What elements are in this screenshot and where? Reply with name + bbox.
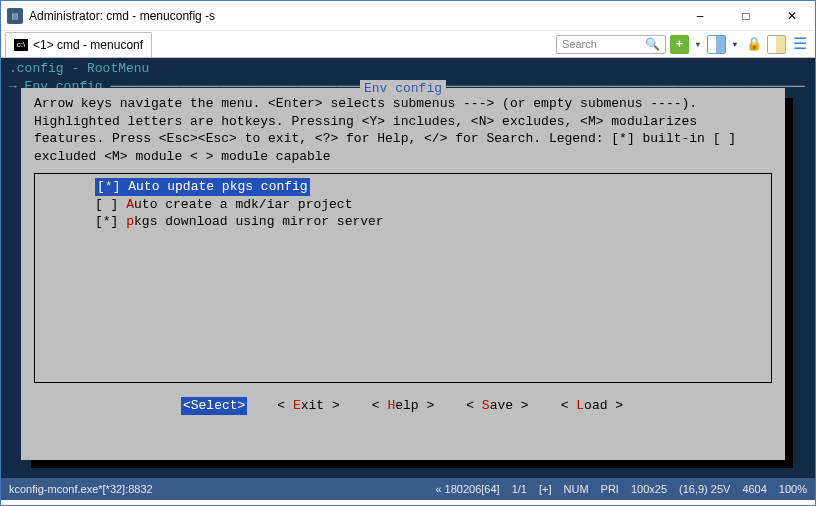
option-auto-update[interactable]: [*] Auto update pkgs config: [35, 178, 771, 196]
exit-button[interactable]: < Exit >: [275, 397, 341, 415]
minimize-button[interactable]: –: [677, 1, 723, 30]
menu-box: Env config Arrow keys navigate the menu.…: [21, 88, 785, 460]
split-pane-button[interactable]: [707, 35, 726, 54]
split-dropdown[interactable]: ▼: [730, 35, 740, 54]
cmd-icon: c:\: [14, 39, 28, 51]
status-encoding: « 180206[64]: [435, 483, 499, 495]
menu-title: Env config: [360, 80, 446, 98]
status-pid: 4604: [742, 483, 766, 495]
search-placeholder: Search: [562, 38, 597, 50]
status-position: 1/1: [512, 483, 527, 495]
new-tab-button[interactable]: +: [670, 35, 689, 54]
terminal-area[interactable]: .config - RootMenu → Env config ────────…: [1, 58, 815, 478]
close-button[interactable]: ✕: [769, 1, 815, 30]
status-size: 100x25: [631, 483, 667, 495]
app-icon: ▧: [7, 8, 23, 24]
status-cursor: (16,9) 25V: [679, 483, 730, 495]
status-bar: kconfig-mconf.exe*[*32]:8832 « 180206[64…: [1, 478, 815, 500]
menu-content: Arrow keys navigate the menu. <Enter> se…: [22, 89, 784, 421]
tab-cmd[interactable]: c:\ <1> cmd - menuconf: [5, 32, 152, 57]
option-pkgs-mirror[interactable]: [*] pkgs download using mirror server: [35, 213, 771, 231]
hotkey: A: [128, 179, 136, 194]
save-button[interactable]: < Save >: [464, 397, 530, 415]
new-tab-dropdown[interactable]: ▼: [693, 35, 703, 54]
window-title: Administrator: cmd - menuconfig -s: [29, 9, 215, 23]
title-bar: ▧ Administrator: cmd - menuconfig -s – □…: [1, 1, 815, 31]
search-input[interactable]: Search 🔍: [556, 35, 666, 54]
status-zoom: 100%: [779, 483, 807, 495]
hotkey: A: [126, 197, 134, 212]
lock-icon[interactable]: 🔒: [744, 35, 763, 54]
status-num: NUM: [564, 483, 589, 495]
status-file: kconfig-mconf.exe*[*32]:8832: [9, 483, 153, 495]
hamburger-menu-icon[interactable]: ☰: [790, 35, 809, 54]
layout-button[interactable]: [767, 35, 786, 54]
help-text: Arrow keys navigate the menu. <Enter> se…: [34, 95, 772, 165]
hotkey: p: [126, 214, 134, 229]
options-list: [*] Auto update pkgs config [ ] Auto cre…: [34, 173, 772, 383]
config-path: .config - RootMenu: [9, 60, 807, 78]
status-insert: [+]: [539, 483, 552, 495]
select-button[interactable]: <Select>: [181, 397, 247, 415]
window-controls: – □ ✕: [677, 1, 815, 30]
status-pri: PRI: [601, 483, 619, 495]
tab-bar: c:\ <1> cmd - menuconf Search 🔍 + ▼ ▼ 🔒 …: [1, 31, 815, 58]
tab-label: <1> cmd - menuconf: [33, 38, 143, 52]
load-button[interactable]: < Load >: [559, 397, 625, 415]
option-auto-create[interactable]: [ ] Auto create a mdk/iar project: [35, 196, 771, 214]
maximize-button[interactable]: □: [723, 1, 769, 30]
search-icon: 🔍: [645, 37, 660, 51]
toolbar: Search 🔍 + ▼ ▼ 🔒 ☰: [556, 35, 815, 54]
status-right: « 180206[64] 1/1 [+] NUM PRI 100x25 (16,…: [435, 483, 807, 495]
action-bar: <Select> < Exit > < Help > < Save > < Lo…: [34, 397, 772, 415]
help-button[interactable]: < Help >: [370, 397, 436, 415]
